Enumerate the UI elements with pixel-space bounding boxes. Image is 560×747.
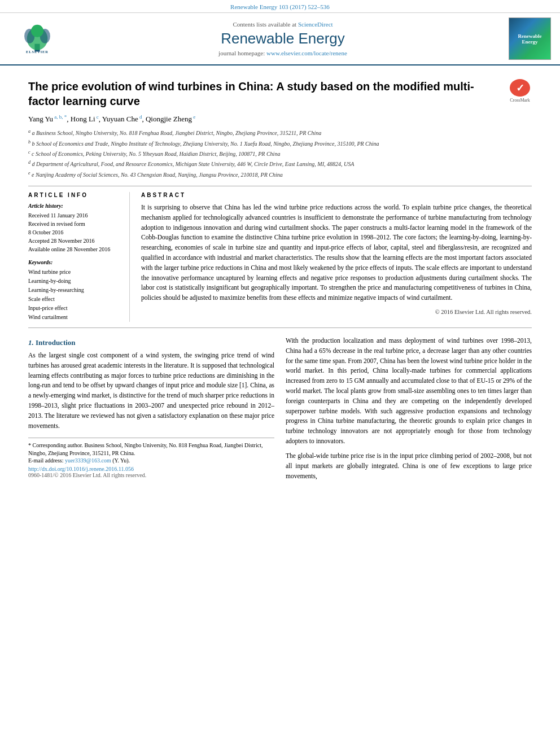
- received-date: Received 11 January 2016: [28, 211, 123, 220]
- email-suffix: (Y. Yu).: [112, 457, 130, 464]
- intro-p1-text: As the largest single cost component of …: [28, 352, 274, 429]
- sciencedirect-link[interactable]: ScienceDirect: [298, 21, 333, 28]
- keyword-4: Scale effect: [28, 295, 123, 304]
- keywords-label: Keywords:: [28, 259, 123, 265]
- intro-number: 1.: [28, 338, 34, 347]
- intro-title-text: Introduction: [36, 338, 76, 347]
- issn-line: 0960-1481/© 2016 Elsevier Ltd. All right…: [28, 472, 274, 478]
- divider-2: [28, 327, 532, 328]
- author-yuyuan-che: Yuyuan Che: [102, 115, 138, 123]
- affil-c: c c School of Economics, Peking Universi…: [28, 149, 532, 158]
- crossmark-icon: ✓: [510, 79, 530, 97]
- online-date: Available online 28 November 2016: [28, 245, 123, 254]
- paper-col-left: 1. Introduction As the largest single co…: [28, 336, 274, 486]
- sciencedirect-prefix: Contents lists available at: [233, 21, 296, 28]
- keyword-3: Learning-by-researching: [28, 286, 123, 295]
- article-info-column: ARTICLE INFO Article history: Received 1…: [28, 192, 130, 322]
- keyword-1: Wind turbine price: [28, 268, 123, 277]
- journal-citation: Renewable Energy 103 (2017) 522–536: [230, 3, 330, 10]
- abstract-header: ABSTRACT: [141, 192, 532, 198]
- author-qiongjie-zheng: Qiongjie Zheng: [146, 115, 192, 123]
- affil-c-text: c School of Economics, Peking University…: [32, 151, 280, 157]
- homepage-link[interactable]: www.elsevier.com/locate/renene: [266, 50, 347, 56]
- sciencedirect-line: Contents lists available at ScienceDirec…: [65, 21, 500, 28]
- paper-main-body: 1. Introduction As the largest single co…: [28, 336, 532, 486]
- divider-1: [28, 186, 532, 186]
- intro-paragraph-3: The global-wide turbine price rise is in…: [286, 451, 532, 481]
- svg-text:ELSEVIER: ELSEVIER: [26, 50, 49, 54]
- affil-d-text: d Department of Agricultural, Food, and …: [32, 161, 355, 168]
- affil-a-text: a Business School, Ningbo University, No…: [32, 130, 322, 137]
- intro-paragraph-2: With the production localization and mas…: [286, 336, 532, 447]
- doi-line[interactable]: http://dx.doi.org/10.1016/j.renene.2016.…: [28, 466, 274, 472]
- affil-d: d d Department of Agricultural, Food, an…: [28, 159, 532, 168]
- journal-cover: Renewable Energy: [500, 18, 551, 60]
- elsevier-branding: ELSEVIER: [9, 23, 65, 54]
- footnote-section: * Corresponding author. Business School,…: [28, 438, 274, 478]
- cover-text: Renewable Energy: [511, 33, 548, 45]
- elsevier-logo: ELSEVIER: [9, 23, 65, 54]
- journal-citation-bar: Renewable Energy 103 (2017) 522–536: [0, 0, 560, 13]
- author-yang-yu: Yang Yu: [28, 115, 53, 123]
- journal-cover-image: Renewable Energy: [509, 18, 551, 60]
- intro-paragraph-1: As the largest single cost component of …: [28, 351, 274, 431]
- article-body: ARTICLE INFO Article history: Received 1…: [28, 192, 532, 322]
- history-label: Article history:: [28, 203, 123, 209]
- paper-content: The price evolution of wind turbines in …: [0, 65, 560, 495]
- author-hong-li: Hong Li: [71, 115, 95, 123]
- paper-col-right: With the production localization and mas…: [286, 336, 532, 486]
- footnote-email-line: E-mail address: yuer3339@163.com (Y. Yu)…: [28, 457, 274, 464]
- affil-b: b b School of Economics and Trade, Ningb…: [28, 139, 532, 148]
- crossmark-label: CrossMark: [510, 98, 530, 103]
- journal-header-center: Contents lists available at ScienceDirec…: [65, 21, 500, 56]
- homepage-prefix: journal homepage:: [218, 50, 265, 56]
- affiliations: a a Business School, Ningbo University, …: [28, 128, 532, 179]
- paper-title: The price evolution of wind turbines in …: [28, 79, 499, 108]
- journal-header: ELSEVIER Contents lists available at Sci…: [0, 13, 560, 65]
- intro-heading: 1. Introduction: [28, 338, 274, 347]
- keyword-6: Wind curtailment: [28, 313, 123, 322]
- affil-a: a a Business School, Ningbo University, …: [28, 128, 532, 137]
- email-label: E-mail address:: [28, 457, 63, 464]
- abstract-column: ABSTRACT It is surprising to observe tha…: [141, 192, 532, 322]
- footnote-corresponding: * Corresponding author. Business School,…: [28, 442, 274, 457]
- history-dates: Received 11 January 2016 Received in rev…: [28, 211, 123, 254]
- journal-name: Renewable Energy: [65, 30, 500, 47]
- homepage-line: journal homepage: www.elsevier.com/locat…: [65, 50, 500, 56]
- affil-b-text: b School of Economics and Trade, Ningbo …: [32, 141, 379, 147]
- elsevier-tree-icon: ELSEVIER: [18, 23, 57, 54]
- accepted-date: Accepted 28 November 2016: [28, 237, 123, 245]
- revised-date: Received in revised form 8 October 2016: [28, 220, 123, 237]
- copyright-line: © 2016 Elsevier Ltd. All rights reserved…: [141, 309, 532, 315]
- title-section: The price evolution of wind turbines in …: [28, 79, 532, 108]
- abstract-text: It is surprising to observe that China h…: [141, 203, 532, 303]
- affil-e-text: e Nanjing Academy of Social Sciences, No…: [32, 172, 283, 178]
- keyword-5: Input-price effect: [28, 304, 123, 313]
- email-address: yuer3339@163.com: [65, 457, 111, 464]
- authors-line: Yang Yu a, b, *, Hong Li c, Yuyuan Che d…: [28, 114, 532, 124]
- keyword-2: Learning-by-doing: [28, 277, 123, 286]
- affil-e: e e Nanjing Academy of Social Sciences, …: [28, 170, 532, 179]
- keywords-list: Wind turbine price Learning-by-doing Lea…: [28, 268, 123, 322]
- article-info-header: ARTICLE INFO: [28, 192, 123, 198]
- crossmark-logo: ✓ CrossMark: [508, 79, 532, 103]
- svg-point-4: [31, 25, 43, 37]
